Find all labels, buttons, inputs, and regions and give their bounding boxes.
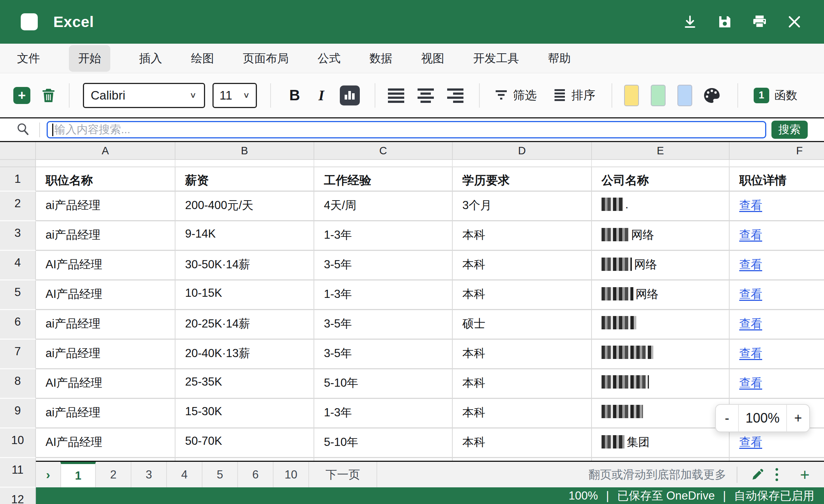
row-number[interactable]: 12 [0,488,36,504]
fill-yellow-swatch[interactable] [624,85,639,106]
add-sheet-button[interactable]: + [13,87,30,104]
education-cell[interactable]: 硕士 [453,310,592,340]
header-cell[interactable]: 职位名称 [36,167,175,192]
position-cell[interactable]: AI产品经理 [36,369,175,399]
salary-cell[interactable]: 200-400元/天 [175,192,314,221]
header-cell[interactable]: 学历要求 [453,167,592,192]
page-tab-2[interactable]: 2 [96,462,131,487]
palette-icon[interactable] [703,87,720,104]
page-tab-10[interactable]: 10 [274,462,309,487]
view-detail-link[interactable]: 查看 [739,436,762,448]
align-center-icon[interactable] [417,88,435,103]
print-icon[interactable] [752,14,767,29]
delete-icon[interactable] [41,88,56,103]
view-detail-link[interactable]: 查看 [739,199,762,212]
align-right-icon[interactable] [446,88,464,103]
page-tab-6[interactable]: 6 [238,462,274,487]
position-cell[interactable]: ai产品经理 [36,399,175,429]
menu-item-1[interactable]: 开始 [69,45,110,72]
fill-green-swatch[interactable] [651,85,666,106]
salary-cell[interactable]: 30-50K·14薪 [175,251,314,280]
chart-button[interactable] [340,85,360,105]
company-cell[interactable]: 网络 [592,221,730,251]
salary-cell[interactable]: 20-40K·13薪 [175,340,314,369]
row-number[interactable]: 5 [0,280,36,310]
select-all-corner[interactable] [0,142,36,160]
education-cell[interactable]: 本科 [453,251,592,280]
menu-item-3[interactable]: 绘图 [191,51,214,66]
position-cell[interactable]: ai产品经理 [36,192,175,221]
row-number[interactable]: 1 [0,167,36,192]
header-cell[interactable]: 职位详情 [730,167,824,192]
company-cell[interactable]: . [592,192,730,221]
salary-cell[interactable]: 25-35K [175,369,314,399]
view-detail-link[interactable]: 查看 [739,347,762,360]
view-detail-link[interactable]: 查看 [739,317,762,330]
menu-item-2[interactable]: 插入 [139,51,162,66]
education-cell[interactable]: 本科 [453,429,592,458]
education-cell[interactable]: 本科 [453,369,592,399]
header-cell[interactable]: 薪资 [175,167,314,192]
search-button[interactable]: 搜索 [771,121,808,139]
salary-cell[interactable]: 9-14K [175,221,314,251]
column-letter-C[interactable]: C [314,142,453,160]
experience-cell[interactable]: 3-5年 [314,340,453,369]
search-input[interactable]: 输入内容搜索... [47,121,766,138]
page-tab-next[interactable]: 下一页 [309,462,377,487]
experience-cell[interactable]: 1-3年 [314,399,453,429]
row-number[interactable]: 3 [0,221,36,251]
header-cell[interactable]: 公司名称 [592,167,730,192]
view-detail-link[interactable]: 查看 [739,288,762,300]
row-number[interactable]: 4 [0,251,36,280]
row-number[interactable]: 2 [0,192,36,221]
column-letter-E[interactable]: E [592,142,730,160]
more-options-icon[interactable] [767,462,786,487]
add-page-icon[interactable]: + [795,462,814,487]
education-cell[interactable]: 本科 [453,340,592,369]
font-family-select[interactable]: Calibri ∨ [83,83,205,108]
company-cell[interactable]: 网络 [592,280,730,310]
company-cell[interactable] [592,310,730,340]
salary-cell[interactable]: 10-15K [175,280,314,310]
download-icon[interactable] [683,14,697,29]
view-detail-link[interactable]: 查看 [739,376,762,389]
save-icon[interactable] [717,14,732,29]
company-cell[interactable] [592,340,730,369]
company-cell[interactable]: 集团 [592,429,730,458]
fill-blue-swatch[interactable] [677,85,692,106]
font-size-select[interactable]: 11 ∨ [212,83,257,108]
salary-cell[interactable]: 15-30K [175,399,314,429]
edit-pencil-icon[interactable] [748,462,767,487]
sort-button[interactable]: 排序 [553,87,595,104]
education-cell[interactable]: 本科 [453,280,592,310]
menu-item-9[interactable]: 帮助 [548,51,571,66]
experience-cell[interactable]: 5-10年 [314,369,453,399]
salary-cell[interactable]: 50-70K [175,429,314,458]
row-number[interactable]: 6 [0,310,36,340]
experience-cell[interactable]: 3-5年 [314,310,453,340]
position-cell[interactable]: AI产品经理 [36,429,175,458]
menu-item-0[interactable]: 文件 [17,51,40,66]
menu-item-7[interactable]: 视图 [421,51,444,66]
salary-cell[interactable]: 20-25K·14薪 [175,310,314,340]
company-cell[interactable] [592,399,730,429]
experience-cell[interactable]: 3-5年 [314,251,453,280]
column-letter-D[interactable]: D [453,142,592,160]
row-number[interactable]: 8 [0,369,36,399]
position-cell[interactable]: AI产品经理 [36,251,175,280]
education-cell[interactable]: 3个月 [453,192,592,221]
header-cell[interactable]: 工作经验 [314,167,453,192]
menu-item-6[interactable]: 数据 [369,51,392,66]
view-detail-link[interactable]: 查看 [739,258,762,271]
position-cell[interactable]: AI产品经理 [36,280,175,310]
view-detail-link[interactable]: 查看 [739,228,762,241]
menu-item-5[interactable]: 公式 [318,51,341,66]
row-number[interactable]: 9 [0,399,36,429]
position-cell[interactable]: ai产品经理 [36,310,175,340]
education-cell[interactable]: 本科 [453,221,592,251]
page-tab-4[interactable]: 4 [167,462,202,487]
experience-cell[interactable]: 1-3年 [314,280,453,310]
education-cell[interactable]: 本科 [453,399,592,429]
zoom-in-button[interactable]: + [787,405,809,431]
menu-item-4[interactable]: 页面布局 [243,51,289,66]
